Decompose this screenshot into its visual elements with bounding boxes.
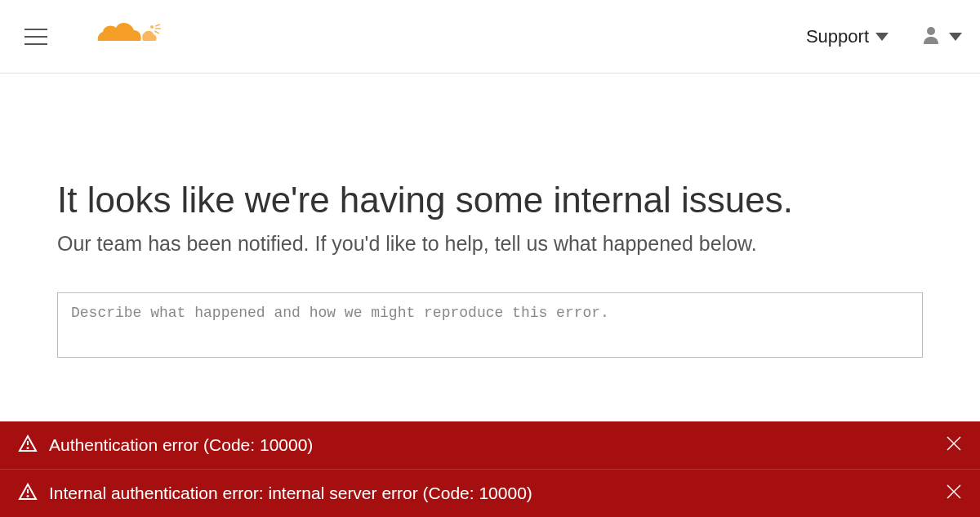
svg-point-4	[927, 27, 935, 35]
alert-banner: Authentication error (Code: 10000)	[0, 421, 980, 470]
support-label: Support	[806, 26, 869, 47]
svg-point-6	[28, 448, 29, 448]
page-heading: It looks like we're having some internal…	[57, 180, 923, 221]
user-dropdown[interactable]	[921, 25, 962, 48]
user-icon	[921, 25, 941, 48]
hamburger-line	[24, 36, 47, 38]
svg-line-3	[154, 31, 159, 33]
hamburger-line	[24, 29, 47, 30]
chevron-down-icon	[875, 33, 889, 41]
svg-line-1	[155, 25, 160, 26]
error-description-input[interactable]	[57, 292, 923, 358]
svg-point-0	[150, 25, 154, 29]
hamburger-menu-button[interactable]	[18, 22, 54, 51]
svg-point-10	[28, 496, 29, 497]
cloudflare-logo[interactable]	[95, 20, 162, 54]
alerts-container: Authentication error (Code: 10000) Inter…	[0, 421, 980, 517]
chevron-down-icon	[949, 33, 962, 41]
header: Support	[0, 0, 980, 74]
support-dropdown[interactable]: Support	[806, 26, 889, 47]
alert-banner: Internal authentication error: internal …	[0, 470, 980, 517]
hamburger-line	[24, 43, 47, 45]
alert-text: Authentication error (Code: 10000)	[49, 435, 946, 455]
warning-icon	[18, 434, 38, 457]
main-content: It looks like we're having some internal…	[0, 74, 980, 361]
warning-icon	[18, 482, 38, 505]
close-icon[interactable]	[946, 435, 962, 455]
page-subheading: Our team has been notified. If you'd lik…	[57, 232, 923, 256]
alert-text: Internal authentication error: internal …	[49, 484, 946, 503]
close-icon[interactable]	[946, 484, 962, 503]
